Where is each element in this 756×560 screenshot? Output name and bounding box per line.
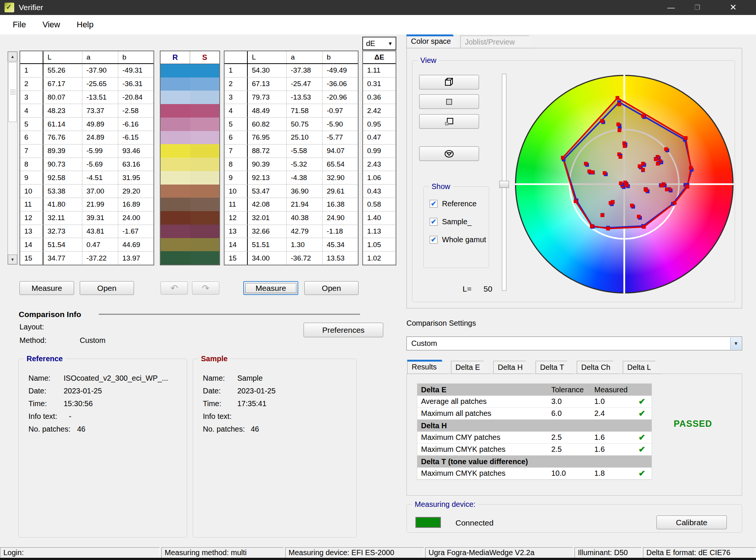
l-value-cell: 67.17: [43, 77, 82, 91]
table-row[interactable]: 1053.3837.0029.20: [20, 185, 153, 198]
dropdown-arrow-button[interactable]: ▼: [730, 337, 741, 350]
table-row[interactable]: 267.17-25.65-36.31: [20, 77, 153, 91]
delta-format-dropdown[interactable]: dE ▼: [362, 37, 396, 50]
sample-patch: [190, 225, 220, 238]
l-value-cell: 34.00: [248, 252, 287, 265]
table-row[interactable]: 789.39-5.9993.46: [20, 144, 153, 158]
table-row[interactable]: 676.9525.10-5.77: [225, 131, 358, 144]
menu-help[interactable]: Help: [73, 18, 97, 31]
ref-info-value: -: [69, 412, 71, 421]
tab-delta-t[interactable]: Delta T: [536, 361, 573, 374]
row-number-cell: 10: [20, 185, 43, 198]
preferences-button[interactable]: Preferences: [304, 323, 383, 337]
reference-point: [625, 183, 629, 187]
undo-button[interactable]: ↶: [161, 281, 188, 295]
table-row[interactable]: 380.07-13.51-20.84: [20, 91, 153, 104]
checkbox-checked-icon: [430, 236, 438, 244]
table-row[interactable]: 448.2373.37-2.58: [20, 104, 153, 118]
active-tab-accent: [407, 360, 442, 362]
table-row[interactable]: 676.7624.89-6.15: [20, 131, 153, 144]
results-row: Average all patches3.01.0✔: [417, 396, 652, 408]
tab-delta-e[interactable]: Delta E: [451, 361, 490, 374]
menu-view[interactable]: View: [39, 18, 64, 31]
table-row[interactable]: 890.39-5.3265.54: [225, 158, 358, 171]
redo-button[interactable]: ↷: [192, 281, 219, 295]
b-value-cell: -5.90: [323, 118, 358, 131]
view-2d-button[interactable]: [419, 94, 479, 109]
table-row[interactable]: 267.13-25.47-36.06: [225, 77, 358, 91]
measure-sample-button[interactable]: Measure: [243, 281, 298, 295]
table-row[interactable]: 1232.1139.3124.00: [20, 211, 153, 225]
maximize-button[interactable]: ❐: [684, 0, 710, 15]
l-value-cell: 90.39: [248, 158, 287, 171]
view-compare-button[interactable]: [419, 114, 479, 129]
show-reference-checkbox[interactable]: Reference: [430, 200, 476, 208]
a-value-cell: 49.89: [82, 118, 118, 131]
delta-e-row: 2.42: [363, 104, 396, 118]
patch-row: [161, 118, 219, 131]
comparison-settings-dropdown[interactable]: Custom ▼: [406, 337, 742, 350]
show-sample-checkbox[interactable]: Sample_: [430, 217, 472, 226]
tab-color-space[interactable]: Color space: [406, 34, 459, 48]
reference-point: [656, 162, 660, 165]
patch-row: [161, 77, 219, 91]
table-row[interactable]: 1534.00-36.7213.53: [225, 252, 358, 265]
l-value-cell: 32.66: [248, 225, 287, 238]
table-row[interactable]: 1451.540.4744.69: [20, 238, 153, 252]
a-value-cell: -5.58: [287, 144, 323, 158]
table-row[interactable]: 154.30-37.38-49.49: [225, 64, 358, 77]
row-number-cell: 14: [225, 238, 248, 251]
table-row[interactable]: 155.26-37.90-49.31: [20, 64, 153, 77]
view-rotate-button[interactable]: [419, 146, 479, 161]
table-row[interactable]: 890.73-5.6963.16: [20, 158, 153, 171]
sample-patch: [190, 238, 220, 252]
tab-results[interactable]: Results: [407, 360, 448, 374]
table-row[interactable]: 560.8250.75-5.90: [225, 118, 358, 131]
show-whole-gamut-label: Whole gamut: [442, 235, 486, 244]
scroll-up-button[interactable]: ▲: [8, 52, 17, 61]
table-row[interactable]: 1332.6642.79-1.18: [225, 225, 358, 238]
table-row[interactable]: 1142.0821.9416.38: [225, 198, 358, 211]
sample-group-title: Sample: [198, 354, 230, 363]
table-row[interactable]: 1232.0140.3824.90: [225, 211, 358, 225]
table-row[interactable]: 992.13-4.3832.90: [225, 171, 358, 185]
table-row[interactable]: 1451.511.3045.34: [225, 238, 358, 252]
table-row[interactable]: 379.73-13.53-20.96: [225, 91, 358, 104]
measure-reference-button[interactable]: Measure: [19, 281, 74, 295]
table-row[interactable]: 992.58-4.5131.95: [20, 171, 153, 185]
tab-delta-l[interactable]: Delta L: [623, 361, 661, 374]
a-value-cell: 1.30: [287, 238, 323, 251]
close-button[interactable]: ✕: [710, 0, 756, 15]
scrollbar-thumb[interactable]: [8, 62, 17, 122]
reference-point: [619, 155, 622, 159]
table-row[interactable]: 1332.7343.81-1.67: [20, 225, 153, 238]
results-row: Maximum CMYK patches2.51.6✔: [417, 444, 652, 456]
patch-row: [161, 104, 219, 118]
table-row[interactable]: 448.4971.58-0.97: [225, 104, 358, 118]
open-reference-button[interactable]: Open: [80, 281, 134, 295]
b-value-cell: 44.69: [118, 238, 153, 251]
table-row[interactable]: 1534.77-37.2213.97: [20, 252, 153, 265]
active-tab-accent: [406, 34, 454, 36]
tab-delta-ch[interactable]: Delta Ch: [577, 361, 619, 374]
open-sample-button[interactable]: Open: [304, 281, 359, 295]
table-row[interactable]: 1141.8021.9916.89: [20, 198, 153, 211]
view-3d-button[interactable]: [419, 75, 479, 89]
table-row[interactable]: 788.72-5.5894.07: [225, 144, 358, 158]
results-section-header: Delta EToleranceMeasured: [417, 384, 652, 396]
calibrate-button[interactable]: Calibrate: [656, 515, 727, 529]
table-row[interactable]: 561.1449.89-6.16: [20, 118, 153, 131]
tab-delta-h[interactable]: Delta H: [493, 361, 532, 374]
lightness-slider-thumb[interactable]: [499, 181, 509, 188]
menu-file[interactable]: File: [9, 18, 30, 31]
sample-patch: [190, 171, 220, 185]
table-row[interactable]: 1053.4736.9029.61: [225, 185, 358, 198]
tab-joblist-preview[interactable]: Joblist/Preview: [460, 36, 535, 48]
show-whole-gamut-checkbox[interactable]: Whole gamut: [430, 235, 486, 244]
row-number-cell: 2: [20, 77, 43, 91]
minimize-button[interactable]: —: [658, 0, 684, 15]
table-header-row: Lab: [225, 51, 358, 64]
vertical-scrollbar[interactable]: ▲ ▼: [7, 51, 18, 265]
scroll-down-button[interactable]: ▼: [8, 255, 17, 264]
row-number-cell: 13: [20, 225, 43, 238]
